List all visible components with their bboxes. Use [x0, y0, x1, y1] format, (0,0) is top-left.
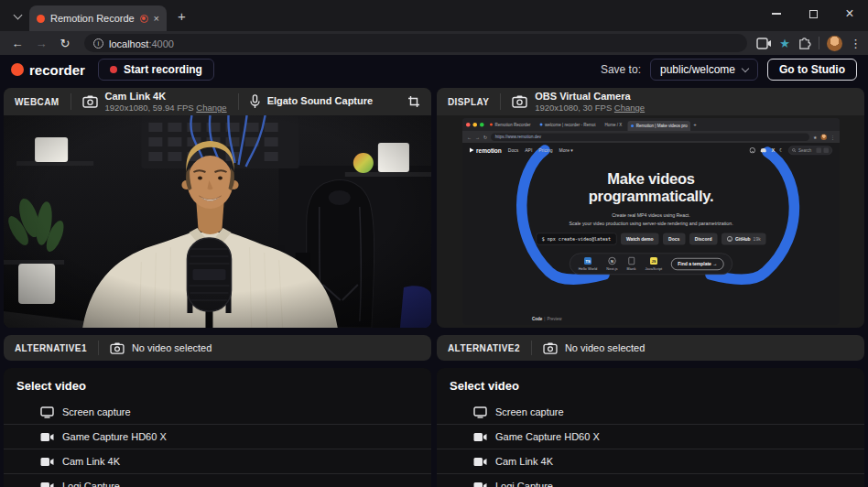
hero-title-line1: Make videos [462, 170, 840, 188]
recorder-logo-text: recorder [29, 62, 85, 78]
github-icon [749, 147, 755, 154]
extensions-icon[interactable] [797, 37, 811, 50]
webcam-device-meta: 1920x1080, 59.94 FPS [105, 103, 194, 113]
recorder-logo: recorder [11, 62, 85, 78]
captured-toolbar: ← → ↻ https://www.remotion.dev ★ ⋮ [462, 131, 840, 143]
forward-icon: → [475, 135, 480, 140]
remotion-site: remotion Docs API Pricing More ▾ X ☾ [462, 143, 840, 325]
mic-device[interactable]: Elgato Sound Capture [239, 94, 385, 109]
save-target-select[interactable]: public/welcome [650, 59, 758, 81]
nextjs-icon: N [608, 257, 615, 265]
captured-address-bar: https://www.remotion.dev [491, 133, 809, 141]
minimize-icon [772, 13, 781, 15]
webcam-change-link[interactable]: Change [196, 103, 226, 113]
video-source-logi-capture[interactable]: Logi Capture [4, 474, 431, 487]
tab-title: Remotion Recorder [50, 13, 135, 24]
camera-icon [110, 342, 125, 354]
browser-menu-icon[interactable]: ⋮ [850, 37, 861, 50]
tab-search-button[interactable] [5, 6, 29, 27]
dark-mode-icon: ☾ [779, 147, 784, 154]
mic-device-name: Elgato Sound Capture [267, 95, 374, 107]
tab-recording-indicator-icon [140, 15, 148, 23]
back-button[interactable]: ← [7, 37, 27, 50]
alternative1-panel: ALTERNATIVE1 No video selected [4, 335, 431, 361]
template-nextjs: NNext.js [606, 257, 617, 271]
site-info-icon[interactable]: i [93, 38, 103, 49]
reload-icon: ↻ [483, 135, 487, 140]
nav-link-docs: Docs [507, 147, 517, 153]
favicon-icon [539, 124, 542, 126]
minimize-button[interactable] [758, 0, 795, 27]
camcorder-icon [473, 457, 487, 467]
video-source-screen-capture[interactable]: Screen capture [437, 400, 864, 425]
mac-zoom-icon [480, 123, 484, 127]
display-device-meta: 1920x1080, 30 FPS [535, 103, 612, 113]
monitor-icon [40, 406, 54, 418]
webcam-preview [4, 115, 431, 328]
select-video-panel-left: Select video Screen capture Game Capture… [4, 368, 431, 487]
webcam-device-name: Cam Link 4K [105, 91, 227, 103]
captured-screen: Remotion Recorder welcome | recorder - R… [462, 118, 840, 325]
favicon-icon [631, 124, 634, 127]
display-device[interactable]: OBS Virtual Camera 1920x1080, 30 FPS Cha… [501, 91, 656, 114]
bookmark-star-icon[interactable]: ★ [779, 37, 790, 50]
video-source-screen-capture[interactable]: Screen capture [4, 400, 431, 425]
hero-subtitle-1: Create real MP4 videos using React. [462, 211, 840, 219]
crop-button[interactable] [396, 95, 431, 108]
video-source-cam-link[interactable]: Cam Link 4K [4, 449, 431, 474]
display-label: DISPLAY [437, 97, 500, 107]
browser-tab-remotion-recorder[interactable]: Remotion Recorder × [29, 5, 167, 31]
template-hello-world: TSHello World [578, 257, 597, 271]
tab-capture-icon [756, 38, 772, 49]
avatar [820, 134, 827, 140]
webcam-panel-header: WEBCAM Cam Link 4K 1920x1080, 59.94 FPS … [4, 88, 431, 115]
start-recording-button[interactable]: Start recording [98, 59, 214, 81]
reload-button[interactable]: ↻ [55, 37, 75, 50]
webcam-video-frame [4, 115, 431, 328]
captured-tabstrip: Remotion Recorder welcome | recorder - R… [462, 118, 840, 131]
camera-icon [82, 95, 98, 108]
docs-button: Docs [663, 233, 685, 245]
display-panel-header: DISPLAY OBS Virtual Camera 1920x1080, 30… [437, 88, 864, 115]
x-logo-icon: X [771, 147, 775, 153]
webcam-device[interactable]: Cam Link 4K 1920x1080, 59.94 FPS Change [71, 91, 238, 114]
new-tab-button[interactable]: + [178, 8, 186, 24]
mac-close-icon [466, 123, 471, 127]
template-bar: TSHello World NNext.js Blank JSJavaScrip… [570, 254, 732, 276]
profile-avatar[interactable] [827, 36, 842, 51]
webcam-panel: WEBCAM Cam Link 4K 1920x1080, 59.94 FPS … [4, 88, 431, 328]
camcorder-icon [40, 432, 54, 442]
new-tab-icon: + [693, 122, 697, 128]
template-blank: Blank [626, 257, 635, 271]
window-controls: × [758, 0, 868, 27]
captured-tab-3: Home / X [601, 120, 624, 129]
hero-title-line2: programmatically. [462, 188, 840, 205]
video-source-game-capture[interactable]: Game Capture HD60 X [4, 425, 431, 449]
video-source-game-capture[interactable]: Game Capture HD60 X [437, 425, 864, 449]
display-change-link[interactable]: Change [614, 103, 645, 113]
maximize-icon [809, 10, 818, 18]
go-to-studio-button[interactable]: Go to Studio [767, 59, 857, 81]
code-preview-toggle: Code|Preview [532, 317, 561, 321]
hero-subtitle-2: Scale your video production using server… [462, 219, 840, 226]
nav-link-api: API [525, 147, 532, 153]
maximize-button[interactable] [795, 0, 831, 27]
tab-close-icon[interactable]: × [154, 13, 159, 24]
favicon-icon [490, 124, 493, 126]
camcorder-icon [473, 432, 487, 442]
typescript-icon: TS [584, 257, 591, 265]
remotion-nav: remotion Docs API Pricing More ▾ X ☾ [462, 143, 840, 157]
video-source-logi-capture[interactable]: Logi Capture [437, 474, 864, 487]
monitor-icon [473, 406, 487, 418]
select-video-panel-right: Select video Screen capture Game Capture… [437, 368, 864, 487]
address-bar[interactable]: i localhost:4000 [84, 34, 747, 52]
close-button[interactable]: × [831, 0, 868, 27]
blank-doc-icon [628, 257, 635, 265]
star-icon: ★ [813, 135, 817, 140]
video-source-cam-link[interactable]: Cam Link 4K [437, 449, 864, 474]
start-recording-label: Start recording [124, 63, 202, 76]
alternative2-label: ALTERNATIVE2 [437, 343, 531, 353]
forward-button[interactable]: → [31, 37, 51, 50]
search-icon [792, 148, 797, 153]
camcorder-icon [40, 482, 54, 487]
